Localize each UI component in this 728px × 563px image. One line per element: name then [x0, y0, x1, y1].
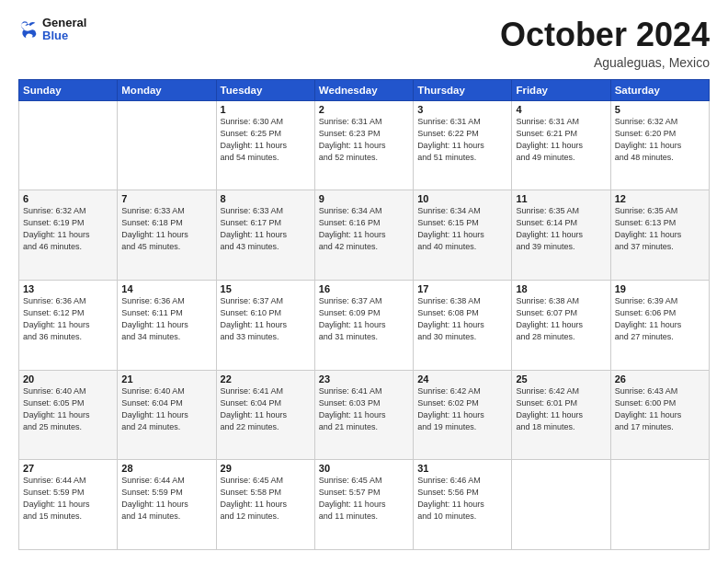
day-info: Sunrise: 6:34 AMSunset: 6:16 PMDaylight:… — [319, 205, 409, 253]
calendar-cell: 25Sunrise: 6:42 AMSunset: 6:01 PMDayligh… — [512, 370, 610, 460]
page: General Blue October 2024 Agualeguas, Me… — [0, 0, 728, 563]
day-info: Sunrise: 6:33 AMSunset: 6:18 PMDaylight:… — [121, 205, 211, 253]
calendar-week-row: 1Sunrise: 6:30 AMSunset: 6:25 PMDaylight… — [19, 100, 710, 190]
day-info: Sunrise: 6:30 AMSunset: 6:25 PMDaylight:… — [221, 116, 311, 164]
day-info: Sunrise: 6:35 AMSunset: 6:13 PMDaylight:… — [615, 205, 705, 253]
calendar-cell: 6Sunrise: 6:32 AMSunset: 6:19 PMDaylight… — [19, 190, 118, 281]
calendar-cell: 9Sunrise: 6:34 AMSunset: 6:16 PMDaylight… — [314, 190, 413, 281]
logo-general: General — [42, 17, 86, 29]
calendar-cell: 22Sunrise: 6:41 AMSunset: 6:04 PMDayligh… — [216, 370, 314, 460]
day-number: 27 — [23, 463, 113, 474]
day-info: Sunrise: 6:43 AMSunset: 6:00 PMDaylight:… — [615, 385, 705, 433]
day-info: Sunrise: 6:36 AMSunset: 6:12 PMDaylight:… — [23, 295, 113, 343]
weekday-header-wednesday: Wednesday — [314, 79, 413, 100]
day-info: Sunrise: 6:44 AMSunset: 5:59 PMDaylight:… — [121, 475, 211, 523]
day-info: Sunrise: 6:35 AMSunset: 6:14 PMDaylight:… — [516, 205, 606, 253]
day-number: 31 — [417, 463, 507, 474]
day-number: 15 — [221, 283, 311, 294]
day-info: Sunrise: 6:41 AMSunset: 6:04 PMDaylight:… — [221, 385, 311, 433]
calendar-cell — [512, 460, 610, 550]
day-number: 1 — [221, 104, 311, 115]
header: General Blue October 2024 Agualeguas, Me… — [18, 17, 710, 70]
day-number: 17 — [417, 283, 507, 294]
day-number: 14 — [121, 283, 211, 294]
logo-bird-icon — [18, 19, 39, 40]
calendar-cell: 1Sunrise: 6:30 AMSunset: 6:25 PMDaylight… — [216, 100, 314, 190]
weekday-header-sunday: Sunday — [19, 79, 118, 100]
calendar-cell: 11Sunrise: 6:35 AMSunset: 6:14 PMDayligh… — [512, 190, 610, 281]
day-info: Sunrise: 6:31 AMSunset: 6:23 PMDaylight:… — [319, 116, 409, 164]
calendar-cell: 15Sunrise: 6:37 AMSunset: 6:10 PMDayligh… — [216, 280, 314, 370]
day-info: Sunrise: 6:46 AMSunset: 5:56 PMDaylight:… — [417, 475, 507, 523]
day-number: 4 — [516, 104, 606, 115]
calendar-cell: 31Sunrise: 6:46 AMSunset: 5:56 PMDayligh… — [414, 460, 512, 550]
day-number: 30 — [319, 463, 409, 474]
calendar-cell: 19Sunrise: 6:39 AMSunset: 6:06 PMDayligh… — [610, 280, 709, 370]
subtitle: Agualeguas, Mexico — [500, 55, 710, 70]
day-number: 21 — [121, 373, 211, 385]
logo-text: General Blue — [42, 17, 86, 43]
day-number: 10 — [417, 193, 507, 204]
calendar-cell: 24Sunrise: 6:42 AMSunset: 6:02 PMDayligh… — [414, 370, 512, 460]
day-info: Sunrise: 6:40 AMSunset: 6:04 PMDaylight:… — [121, 385, 211, 433]
day-info: Sunrise: 6:40 AMSunset: 6:05 PMDaylight:… — [23, 385, 113, 433]
calendar-week-row: 20Sunrise: 6:40 AMSunset: 6:05 PMDayligh… — [19, 370, 710, 460]
day-info: Sunrise: 6:42 AMSunset: 6:01 PMDaylight:… — [516, 385, 606, 433]
weekday-header-tuesday: Tuesday — [216, 79, 314, 100]
weekday-header-friday: Friday — [512, 79, 610, 100]
day-info: Sunrise: 6:36 AMSunset: 6:11 PMDaylight:… — [121, 295, 211, 343]
day-info: Sunrise: 6:32 AMSunset: 6:20 PMDaylight:… — [615, 116, 705, 164]
calendar-cell: 26Sunrise: 6:43 AMSunset: 6:00 PMDayligh… — [610, 370, 709, 460]
day-number: 2 — [319, 104, 409, 115]
day-info: Sunrise: 6:41 AMSunset: 6:03 PMDaylight:… — [319, 385, 409, 433]
day-info: Sunrise: 6:33 AMSunset: 6:17 PMDaylight:… — [221, 205, 311, 253]
calendar-table: SundayMondayTuesdayWednesdayThursdayFrid… — [18, 79, 710, 550]
day-number: 24 — [417, 373, 507, 385]
day-number: 7 — [121, 193, 211, 204]
day-info: Sunrise: 6:39 AMSunset: 6:06 PMDaylight:… — [615, 295, 705, 343]
logo: General Blue — [18, 17, 86, 43]
day-info: Sunrise: 6:31 AMSunset: 6:21 PMDaylight:… — [516, 116, 606, 164]
calendar-cell: 20Sunrise: 6:40 AMSunset: 6:05 PMDayligh… — [19, 370, 118, 460]
calendar-cell: 4Sunrise: 6:31 AMSunset: 6:21 PMDaylight… — [512, 100, 610, 190]
day-number: 5 — [615, 104, 705, 115]
calendar-cell: 29Sunrise: 6:45 AMSunset: 5:58 PMDayligh… — [216, 460, 314, 550]
calendar-cell — [19, 100, 118, 190]
day-number: 28 — [121, 463, 211, 474]
calendar-cell: 7Sunrise: 6:33 AMSunset: 6:18 PMDaylight… — [118, 190, 216, 281]
calendar-cell: 16Sunrise: 6:37 AMSunset: 6:09 PMDayligh… — [314, 280, 413, 370]
day-number: 6 — [23, 193, 113, 204]
day-number: 18 — [516, 283, 606, 294]
calendar-cell: 23Sunrise: 6:41 AMSunset: 6:03 PMDayligh… — [314, 370, 413, 460]
calendar-week-row: 6Sunrise: 6:32 AMSunset: 6:19 PMDaylight… — [19, 190, 710, 281]
month-title: October 2024 — [500, 17, 710, 53]
weekday-header-thursday: Thursday — [414, 79, 512, 100]
calendar-cell: 21Sunrise: 6:40 AMSunset: 6:04 PMDayligh… — [118, 370, 216, 460]
day-number: 3 — [417, 104, 507, 115]
calendar-week-row: 13Sunrise: 6:36 AMSunset: 6:12 PMDayligh… — [19, 280, 710, 370]
day-info: Sunrise: 6:38 AMSunset: 6:08 PMDaylight:… — [417, 295, 507, 343]
day-number: 29 — [221, 463, 311, 474]
day-info: Sunrise: 6:37 AMSunset: 6:09 PMDaylight:… — [319, 295, 409, 343]
calendar-cell: 2Sunrise: 6:31 AMSunset: 6:23 PMDaylight… — [314, 100, 413, 190]
day-number: 12 — [615, 193, 705, 204]
logo-blue: Blue — [42, 29, 86, 42]
day-info: Sunrise: 6:31 AMSunset: 6:22 PMDaylight:… — [417, 116, 507, 164]
calendar-cell — [610, 460, 709, 550]
calendar-cell: 8Sunrise: 6:33 AMSunset: 6:17 PMDaylight… — [216, 190, 314, 281]
calendar-cell: 3Sunrise: 6:31 AMSunset: 6:22 PMDaylight… — [414, 100, 512, 190]
day-info: Sunrise: 6:37 AMSunset: 6:10 PMDaylight:… — [221, 295, 311, 343]
calendar-cell: 30Sunrise: 6:45 AMSunset: 5:57 PMDayligh… — [314, 460, 413, 550]
calendar-cell: 18Sunrise: 6:38 AMSunset: 6:07 PMDayligh… — [512, 280, 610, 370]
day-number: 19 — [615, 283, 705, 294]
calendar-cell: 12Sunrise: 6:35 AMSunset: 6:13 PMDayligh… — [610, 190, 709, 281]
day-info: Sunrise: 6:42 AMSunset: 6:02 PMDaylight:… — [417, 385, 507, 433]
day-number: 20 — [23, 373, 113, 385]
day-number: 23 — [319, 373, 409, 385]
title-block: October 2024 Agualeguas, Mexico — [500, 17, 710, 70]
day-number: 9 — [319, 193, 409, 204]
calendar-cell: 5Sunrise: 6:32 AMSunset: 6:20 PMDaylight… — [610, 100, 709, 190]
calendar-week-row: 27Sunrise: 6:44 AMSunset: 5:59 PMDayligh… — [19, 460, 710, 550]
day-number: 22 — [221, 373, 311, 385]
day-number: 13 — [23, 283, 113, 294]
